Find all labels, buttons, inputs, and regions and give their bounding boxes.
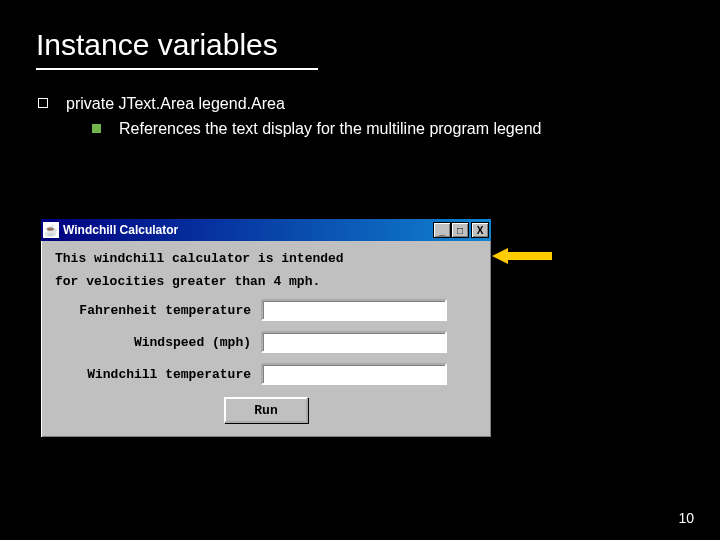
windchill-label: Windchill temperature bbox=[55, 367, 261, 382]
bullet-level-1: private JText.Area legend.Area Reference… bbox=[38, 92, 684, 140]
app-icon: ☕ bbox=[43, 222, 59, 238]
bullet-area: private JText.Area legend.Area Reference… bbox=[36, 92, 684, 140]
callout-arrow bbox=[492, 248, 552, 264]
slide-body: Instance variables private JText.Area le… bbox=[0, 0, 720, 140]
run-button-label: Run bbox=[254, 403, 277, 418]
maximize-button[interactable]: □ bbox=[451, 222, 469, 238]
window-title: Windchill Calculator bbox=[63, 223, 433, 237]
maximize-icon: □ bbox=[457, 225, 463, 236]
square-bullet-icon bbox=[38, 98, 48, 108]
row-windspeed: Windspeed (mph) bbox=[55, 331, 477, 353]
minimize-button[interactable]: _ bbox=[433, 222, 451, 238]
bullet-level-2: References the text display for the mult… bbox=[92, 117, 541, 140]
dialog-client-area: This windchill calculator is intended fo… bbox=[41, 241, 491, 437]
windchill-input[interactable] bbox=[261, 363, 447, 385]
legend-line-1: This windchill calculator is intended bbox=[55, 251, 477, 266]
minimize-icon: _ bbox=[439, 225, 445, 236]
screenshot-dialog-wrap: ☕ Windchill Calculator _ □ X This windch… bbox=[40, 218, 492, 438]
titlebar-buttons: _ □ X bbox=[433, 222, 489, 238]
close-icon: X bbox=[477, 225, 484, 236]
row-fahrenheit: Fahrenheit temperature bbox=[55, 299, 477, 321]
bullet-1-content: private JText.Area legend.Area Reference… bbox=[66, 92, 541, 140]
row-windchill: Windchill temperature bbox=[55, 363, 477, 385]
slide-title: Instance variables bbox=[36, 28, 318, 70]
fahrenheit-input[interactable] bbox=[261, 299, 447, 321]
windspeed-input[interactable] bbox=[261, 331, 447, 353]
fahrenheit-label: Fahrenheit temperature bbox=[55, 303, 261, 318]
windchill-dialog: ☕ Windchill Calculator _ □ X This windch… bbox=[40, 218, 492, 438]
windspeed-label: Windspeed (mph) bbox=[55, 335, 261, 350]
square-fill-bullet-icon bbox=[92, 124, 101, 133]
close-button[interactable]: X bbox=[471, 222, 489, 238]
bullet-2-text: References the text display for the mult… bbox=[119, 117, 541, 140]
titlebar: ☕ Windchill Calculator _ □ X bbox=[41, 219, 491, 241]
run-button[interactable]: Run bbox=[224, 397, 308, 423]
arrow-left-icon bbox=[492, 248, 508, 264]
arrow-shaft bbox=[508, 252, 552, 260]
legend-line-2: for velocities greater than 4 mph. bbox=[55, 274, 477, 289]
bullet-1-text: private JText.Area legend.Area bbox=[66, 92, 541, 115]
page-number: 10 bbox=[678, 510, 694, 526]
run-row: Run bbox=[55, 397, 477, 423]
